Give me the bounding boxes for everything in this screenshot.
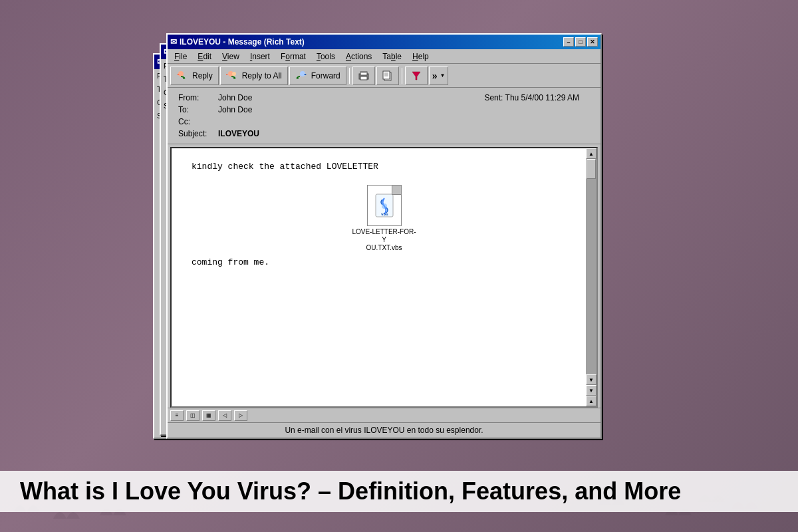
close-btn-3[interactable]: ✕ [587,37,598,47]
menu-edit[interactable]: Edit [192,51,217,63]
sent-value: Thu 5/4/00 11:29 AM [505,93,579,102]
svg-point-15 [382,203,387,209]
reply-label: Reply [192,71,213,80]
print-button[interactable] [352,66,375,85]
to-label: To: [176,104,215,116]
sent-label-text: Sent: [484,93,503,102]
svg-point-0 [178,71,184,76]
menu-format[interactable]: Format [275,51,311,63]
status-btn-4[interactable]: ◁ [218,410,231,421]
svg-rect-9 [383,71,390,79]
cc-value [215,116,327,128]
toolbar: Reply Reply to All [168,64,600,88]
status-btn-5[interactable]: ▷ [234,410,247,421]
dropdown-arrow: ▼ [440,72,446,78]
status-btn-3[interactable]: ▦ [202,410,215,421]
menu-help[interactable]: Help [407,51,434,63]
toolbar-sep-1 [349,68,350,84]
bottom-title-section: What is I Love You Virus? – Definition, … [0,471,798,512]
titlebar-3: ✉ ILOVEYOU - Message (Rich Text) – □ ✕ [168,35,600,49]
forward-label: Forward [311,71,340,80]
menubar: File Edit View Insert Format Tools Actio… [168,49,600,64]
scroll-up-btn[interactable]: ▲ [586,148,597,159]
svg-rect-5 [360,72,367,75]
toolbar-sep-2 [402,68,402,84]
windows-stack: ✉ ILOVEYOU - Message (Rich Text) – □ ✕ F… [146,33,598,485]
svg-point-2 [232,72,236,76]
svg-rect-7 [361,72,366,73]
reply-icon [176,69,190,82]
more-button[interactable]: » ▼ [429,66,449,85]
menu-view[interactable]: View [217,51,245,63]
menu-table[interactable]: Table [377,51,407,63]
filter-button[interactable] [405,66,428,85]
email-body-text: kindly check the attached LOVELETTER [192,162,577,172]
coming-from-text: coming from me. [192,257,577,267]
menu-actions[interactable]: Actions [340,51,377,63]
window-3-content: File Edit View Insert Format Tools Actio… [168,49,600,438]
maximize-btn-3[interactable]: □ [575,37,586,47]
scroll-down-btn-1[interactable]: ▼ [586,374,597,385]
menu-tools[interactable]: Tools [311,51,340,63]
minimize-btn-3[interactable]: – [563,37,574,47]
menu-insert[interactable]: Insert [245,51,275,63]
email-fields-table: From: John Doe Sent: Thu 5/4/00 11:29 AM… [176,92,593,140]
attachment-container: vbs LOVE-LETTER-FOR-Y OU.TXT.vbs [351,185,418,252]
scroll-track[interactable] [586,159,597,374]
titlebar-left-3: ✉ ILOVEYOU - Message (Rich Text) [170,37,305,47]
to-value: John Doe [215,104,327,116]
cc-label: Cc: [176,116,215,128]
reply-all-label: Reply to All [242,71,282,80]
page-heading: What is I Love You Virus? – Definition, … [20,477,778,505]
status-btn-2[interactable]: ◫ [186,410,200,421]
forward-button[interactable]: Forward [289,66,346,85]
svg-point-3 [300,71,305,76]
subject-label: Subject: [176,128,215,140]
sent-label: Sent: Thu 5/4/00 11:29 AM [327,92,593,104]
email-body-section: kindly check the attached LOVELETTER [168,144,600,438]
attachment-icon[interactable]: vbs [367,185,402,226]
titlebar-title-3: ILOVEYOU - Message (Rich Text) [180,37,305,47]
statusbar: ≡ ◫ ▦ ◁ ▷ [168,408,600,422]
svg-rect-6 [360,76,367,80]
copy-button[interactable] [376,66,399,85]
window-3-active: ✉ ILOVEYOU - Message (Rich Text) – □ ✕ F… [166,33,602,439]
caption: Un e-mail con el virus ILOVEYOU en todo … [168,422,600,438]
copy-icon [381,69,394,82]
reply-all-button[interactable]: Reply to All [220,66,288,85]
subject-value: ILOVEYOU [215,128,327,140]
status-btn-1[interactable]: ≡ [170,410,184,421]
attachment-name: LOVE-LETTER-FOR-Y OU.TXT.vbs [351,228,418,252]
email-header: From: John Doe Sent: Thu 5/4/00 11:29 AM… [168,88,600,144]
more-indicator: » [432,70,438,81]
filter-icon [410,69,423,82]
svg-text:vbs: vbs [381,212,388,217]
window-controls-3[interactable]: – □ ✕ [563,37,598,47]
svg-marker-13 [412,72,420,80]
scrollbar[interactable]: ▲ ▼ ▼ ▲ [586,148,597,406]
reply-button[interactable]: Reply [170,66,219,85]
envelope-icon-3: ✉ [170,37,177,47]
scroll-up-btn-2[interactable]: ▲ [586,396,597,406]
scroll-down-btn-2[interactable]: ▼ [586,385,597,396]
print-icon [357,69,370,82]
forward-icon [295,69,309,82]
from-label: From: [176,92,215,104]
from-value: John Doe [215,92,327,104]
menu-file[interactable]: File [169,51,192,63]
email-body: kindly check the attached LOVELETTER [172,148,597,294]
reply-all-icon [226,69,239,82]
